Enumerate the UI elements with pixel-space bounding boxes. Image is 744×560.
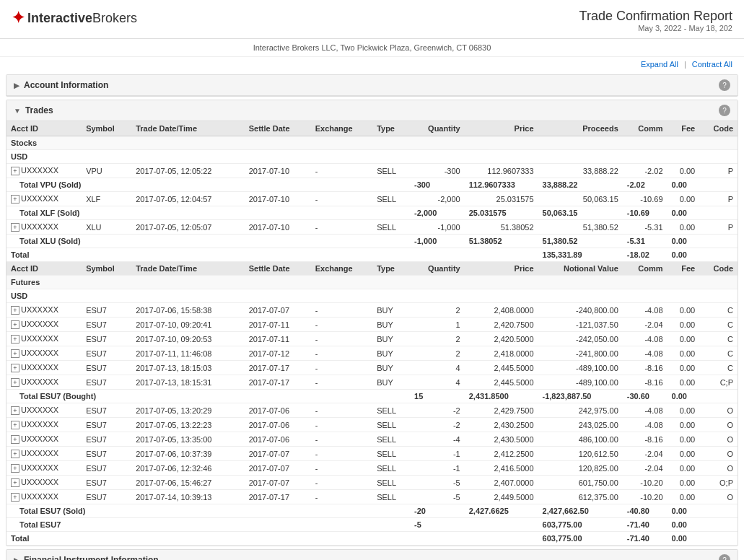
logo-regular: Brokers	[92, 11, 137, 25]
trades-label: Trades	[25, 105, 53, 115]
expand-btn[interactable]: +	[11, 320, 19, 329]
expand-btn[interactable]: +	[11, 493, 19, 502]
table-row: +UXXXXXX ESU7 2017-07-10, 09:20:41 2017-…	[6, 318, 738, 332]
total-esu7-row: Total ESU7 -5 603,775.00 -71.40 0.00	[6, 518, 738, 532]
financial-chevron: ▶	[14, 556, 19, 561]
total-esu7-sold-row: Total ESU7 (Sold) -20 2,427.6625 2,427,6…	[6, 504, 738, 518]
report-info: Trade Confirmation Report May 3, 2022 - …	[579, 9, 732, 32]
financial-section: ▶ Financial Instrument Information ?	[6, 549, 738, 560]
expand-btn[interactable]: +	[11, 435, 19, 444]
expand-btn[interactable]: +	[11, 335, 19, 344]
expand-btn[interactable]: +	[11, 450, 19, 458]
header: ✦ InteractiveBrokers Trade Confirmation …	[0, 0, 744, 39]
col-code: Code	[699, 121, 738, 136]
futures-usd-row: USD	[6, 289, 738, 303]
logo-bold: Interactive	[27, 11, 92, 25]
table-row: +UXXXXXX VPU 2017-07-05, 12:05:22 2017-0…	[6, 164, 738, 178]
toolbar: Expand All | Contract All	[0, 57, 744, 71]
report-title: Trade Confirmation Report	[579, 9, 732, 24]
expand-btn[interactable]: +	[11, 195, 19, 204]
col-quantity: Quantity	[410, 121, 465, 136]
trades-section-header[interactable]: ▼ Trades ?	[6, 100, 738, 121]
col-trade-datetime: Trade Date/Time	[131, 121, 245, 136]
account-info-label: Account Information	[24, 80, 108, 90]
account-information-header[interactable]: ▶ Account Information ?	[6, 75, 738, 96]
total-futures-row: Total 603,775.00 -71.40 0.00	[6, 532, 738, 546]
expand-btn[interactable]: +	[11, 223, 19, 232]
account-info-chevron: ▶	[14, 82, 19, 89]
account-info-help[interactable]: ?	[719, 79, 730, 91]
table-row: +UXXXXXX ESU7 2017-07-05, 13:20:29 2017-…	[6, 403, 738, 418]
total-esu7-bought-row: Total ESU7 (Bought) 15 2,431.8500 -1,823…	[6, 390, 738, 403]
logo-icon: ✦	[12, 9, 25, 27]
col-price: Price	[465, 121, 538, 136]
table-row: +UXXXXXX ESU7 2017-07-14, 10:39:13 2017-…	[6, 490, 738, 504]
table-row: +UXXXXXX ESU7 2017-07-05, 13:22:23 2017-…	[6, 418, 738, 432]
expand-btn[interactable]: +	[11, 406, 19, 415]
table-row: +UXXXXXX XLF 2017-07-05, 12:04:57 2017-0…	[6, 192, 738, 206]
logo: ✦ InteractiveBrokers	[12, 9, 137, 27]
futures-col-header: Acct ID Symbol Trade Date/Time Settle Da…	[6, 262, 738, 276]
stocks-group-header: Stocks	[6, 136, 738, 150]
table-row: +UXXXXXX ESU7 2017-07-11, 11:46:08 2017-…	[6, 346, 738, 361]
col-type: Type	[372, 121, 410, 136]
sub-header: Interactive Brokers LLC, Two Pickwick Pl…	[0, 39, 744, 57]
toolbar-separator: |	[684, 60, 686, 69]
expand-all-link[interactable]: Expand All	[641, 60, 678, 69]
col-acct-id: Acct ID	[6, 121, 82, 136]
futures-group-header: Futures	[6, 276, 738, 289]
financial-header[interactable]: ▶ Financial Instrument Information ?	[6, 550, 738, 560]
table-row: +UXXXXXX XLU 2017-07-05, 12:05:07 2017-0…	[6, 220, 738, 235]
stocks-usd-row: USD	[6, 150, 738, 164]
expand-btn[interactable]: +	[11, 478, 19, 487]
col-symbol: Symbol	[82, 121, 131, 136]
table-row: +UXXXXXX ESU7 2017-07-10, 09:20:53 2017-…	[6, 332, 738, 346]
trades-help[interactable]: ?	[719, 105, 730, 116]
account-information-section: ▶ Account Information ?	[6, 74, 738, 97]
total-xlu-row: Total XLU (Sold) -1,000 51.38052 51,380.…	[6, 235, 738, 248]
expand-btn[interactable]: +	[11, 167, 19, 175]
col-exchange: Exchange	[311, 121, 372, 136]
expand-btn[interactable]: +	[11, 464, 19, 473]
total-xlf-row: Total XLF (Sold) -2,000 25.031575 50,063…	[6, 206, 738, 220]
expand-btn[interactable]: +	[11, 306, 19, 315]
date-range: May 3, 2022 - May 18, 202	[579, 24, 732, 32]
expand-btn[interactable]: +	[11, 378, 19, 387]
table-row: +UXXXXXX ESU7 2017-07-06, 15:58:38 2017-…	[6, 303, 738, 318]
table-row: +UXXXXXX ESU7 2017-07-06, 15:46:27 2017-…	[6, 476, 738, 490]
table-row: +UXXXXXX ESU7 2017-07-05, 13:35:00 2017-…	[6, 432, 738, 447]
financial-label: Financial Instrument Information	[24, 555, 159, 560]
col-settle-date: Settle Date	[245, 121, 311, 136]
total-stocks-row: Total 135,331.89 -18.02 0.00	[6, 248, 738, 262]
expand-btn[interactable]: +	[11, 349, 19, 358]
financial-help[interactable]: ?	[719, 554, 730, 560]
table-row: +UXXXXXX ESU7 2017-07-06, 10:37:39 2017-…	[6, 447, 738, 461]
col-fee: Fee	[668, 121, 700, 136]
expand-btn[interactable]: +	[11, 421, 19, 429]
total-vpu-row: Total VPU (Sold) -300 112.9607333 33,888…	[6, 178, 738, 192]
col-comm: Comm	[623, 121, 668, 136]
table-row: +UXXXXXX ESU7 2017-07-13, 18:15:31 2017-…	[6, 375, 738, 390]
table-row: +UXXXXXX ESU7 2017-07-06, 12:32:46 2017-…	[6, 461, 738, 476]
trades-body: Acct ID Symbol Trade Date/Time Settle Da…	[6, 121, 738, 546]
trades-chevron: ▼	[14, 107, 21, 115]
col-proceeds: Proceeds	[538, 121, 623, 136]
expand-btn[interactable]: +	[11, 364, 19, 372]
trades-section: ▼ Trades ? Acct ID Symbol Trade Date/Tim…	[6, 100, 738, 546]
table-row: +UXXXXXX ESU7 2017-07-13, 18:15:03 2017-…	[6, 361, 738, 375]
contract-all-link[interactable]: Contract All	[692, 60, 732, 69]
